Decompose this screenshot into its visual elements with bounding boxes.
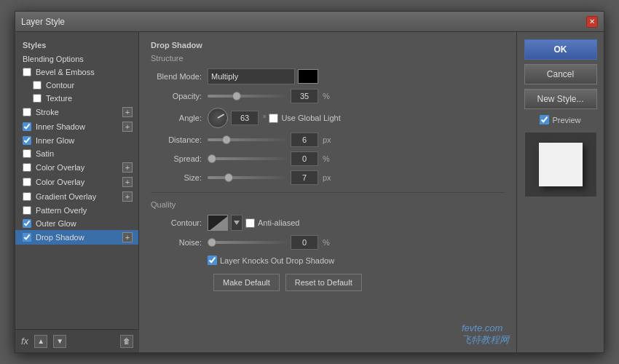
sidebar-item-inner-glow[interactable]: Inner Glow bbox=[15, 134, 138, 147]
sidebar-item-outer-glow[interactable]: Outer Glow bbox=[15, 217, 138, 230]
distance-input[interactable] bbox=[291, 132, 318, 147]
texture-checkbox[interactable] bbox=[33, 94, 42, 103]
color-overlay1-checkbox[interactable] bbox=[23, 163, 31, 172]
sidebar-item-contour[interactable]: Contour bbox=[15, 79, 138, 92]
left-panel: Styles Blending Options Bevel & Emboss C… bbox=[15, 32, 139, 352]
spread-input[interactable] bbox=[291, 151, 318, 166]
bottom-options: Make Default Reset to Default bbox=[151, 274, 505, 291]
contour-row: Contour: Anti-aliased bbox=[151, 215, 505, 231]
sidebar-item-satin[interactable]: Satin bbox=[15, 147, 138, 160]
gradient-overlay-checkbox[interactable] bbox=[23, 192, 31, 201]
satin-checkbox[interactable] bbox=[23, 149, 31, 158]
anti-aliased-label[interactable]: Anti-aliased bbox=[245, 218, 299, 228]
outer-glow-checkbox[interactable] bbox=[23, 219, 31, 228]
blend-color-swatch[interactable] bbox=[298, 69, 318, 84]
stroke-checkbox[interactable] bbox=[23, 108, 31, 116]
drop-shadow-label: Drop Shadow bbox=[36, 233, 122, 242]
bevel-emboss-checkbox[interactable] bbox=[23, 68, 31, 76]
contour-dropdown-btn[interactable] bbox=[231, 215, 243, 231]
size-slider[interactable] bbox=[208, 176, 288, 179]
pattern-overlay-checkbox[interactable] bbox=[23, 206, 31, 215]
size-unit: px bbox=[323, 173, 331, 182]
use-global-light-label[interactable]: Use Global Light bbox=[269, 114, 340, 123]
sidebar-item-gradient-overlay[interactable]: Gradient Overlay + bbox=[15, 189, 138, 204]
angle-row: Angle: ° Use Global Light bbox=[151, 108, 505, 128]
contour-checkbox[interactable] bbox=[33, 81, 42, 90]
drop-shadow-title: Drop Shadow bbox=[151, 41, 505, 50]
make-default-button[interactable]: Make Default bbox=[213, 274, 280, 291]
inner-glow-label: Inner Glow bbox=[36, 136, 133, 145]
sidebar-item-color-overlay-2[interactable]: Color Overlay + bbox=[15, 175, 138, 189]
blend-mode-label: Blend Mode: bbox=[151, 72, 202, 81]
color-overlay2-plus-btn[interactable]: + bbox=[122, 177, 133, 187]
anti-aliased-checkbox[interactable] bbox=[245, 218, 255, 228]
size-input[interactable] bbox=[291, 170, 318, 185]
move-up-button[interactable]: ▲ bbox=[34, 335, 47, 348]
noise-input[interactable] bbox=[291, 235, 318, 250]
use-global-light-text: Use Global Light bbox=[281, 114, 340, 122]
preview-checkbox[interactable] bbox=[540, 115, 549, 124]
angle-label: Angle: bbox=[151, 114, 202, 122]
svg-marker-1 bbox=[234, 221, 240, 225]
noise-unit: % bbox=[323, 238, 330, 247]
styles-section-title: Styles bbox=[15, 38, 138, 52]
opacity-slider[interactable] bbox=[208, 95, 288, 98]
move-down-button[interactable]: ▼ bbox=[53, 335, 66, 348]
sidebar-item-texture[interactable]: Texture bbox=[15, 92, 138, 105]
sidebar-item-stroke[interactable]: Stroke + bbox=[15, 105, 138, 119]
sidebar-item-inner-shadow[interactable]: Inner Shadow + bbox=[15, 119, 138, 134]
opacity-input[interactable] bbox=[291, 89, 318, 103]
distance-label: Distance: bbox=[151, 135, 202, 144]
delete-button[interactable]: 🗑 bbox=[120, 335, 133, 348]
use-global-light-checkbox[interactable] bbox=[269, 114, 278, 123]
angle-dial[interactable] bbox=[208, 108, 228, 128]
angle-input[interactable] bbox=[231, 111, 259, 125]
sidebar-item-pattern-overlay[interactable]: Pattern Overly bbox=[15, 204, 138, 217]
layer-knocks-label[interactable]: Layer Knocks Out Drop Shadow bbox=[208, 256, 334, 265]
quality-title: Quality bbox=[151, 200, 505, 209]
inner-shadow-checkbox[interactable] bbox=[23, 122, 31, 131]
fx-label: fx bbox=[21, 336, 28, 347]
cancel-button[interactable]: Cancel bbox=[524, 64, 597, 84]
layer-knocks-checkbox[interactable] bbox=[208, 256, 217, 265]
sidebar-item-color-overlay-1[interactable]: Color Overlay + bbox=[15, 160, 138, 175]
inner-glow-checkbox[interactable] bbox=[23, 136, 31, 145]
structure-subtitle: Structure bbox=[151, 54, 505, 63]
sidebar-item-blending-options[interactable]: Blending Options bbox=[15, 52, 138, 66]
title-bar: Layer Style ✕ bbox=[15, 12, 604, 32]
drop-shadow-checkbox[interactable] bbox=[23, 233, 31, 242]
opacity-controls: % bbox=[208, 89, 330, 103]
gradient-overlay-label: Gradient Overlay bbox=[36, 192, 122, 201]
outer-glow-label: Outer Glow bbox=[36, 219, 133, 228]
color-overlay2-label: Color Overlay bbox=[36, 178, 122, 186]
close-button[interactable]: ✕ bbox=[586, 16, 598, 28]
distance-unit: px bbox=[323, 135, 331, 144]
stroke-plus-btn[interactable]: + bbox=[122, 107, 133, 117]
spread-unit: % bbox=[323, 154, 330, 163]
gradient-overlay-plus-btn[interactable]: + bbox=[122, 191, 133, 202]
contour-controls: Anti-aliased bbox=[208, 215, 299, 231]
bottom-toolbar: fx ▲ ▼ 🗑 bbox=[15, 329, 139, 352]
inner-shadow-plus-btn[interactable]: + bbox=[122, 122, 133, 132]
sidebar-item-bevel-emboss[interactable]: Bevel & Emboss bbox=[15, 66, 138, 79]
drop-shadow-plus-btn[interactable]: + bbox=[122, 232, 133, 242]
noise-slider[interactable] bbox=[208, 241, 288, 244]
layer-knocks-text: Layer Knocks Out Drop Shadow bbox=[220, 256, 334, 265]
contour-label: Contour bbox=[46, 81, 133, 90]
middle-panel: Drop Shadow Structure Blend Mode: Multip… bbox=[139, 32, 516, 352]
noise-slider-container bbox=[208, 237, 288, 248]
color-overlay2-checkbox[interactable] bbox=[23, 178, 31, 186]
distance-slider[interactable] bbox=[208, 138, 288, 141]
quality-section: Quality Contour: bbox=[151, 200, 505, 250]
blend-mode-select[interactable]: Multiply Normal Screen Overlay bbox=[208, 68, 295, 84]
distance-controls: px bbox=[208, 132, 331, 147]
color-overlay1-plus-btn[interactable]: + bbox=[122, 162, 133, 173]
spread-slider[interactable] bbox=[208, 157, 288, 160]
contour-preview[interactable] bbox=[208, 215, 228, 231]
new-style-button[interactable]: New Style... bbox=[524, 89, 597, 109]
sidebar-item-drop-shadow[interactable]: Drop Shadow + bbox=[15, 230, 138, 245]
ok-button[interactable]: OK bbox=[524, 39, 597, 60]
preview-checkbox-label[interactable]: Preview bbox=[540, 115, 580, 124]
angle-unit: ° bbox=[263, 114, 266, 122]
reset-default-button[interactable]: Reset to Default bbox=[285, 274, 362, 291]
